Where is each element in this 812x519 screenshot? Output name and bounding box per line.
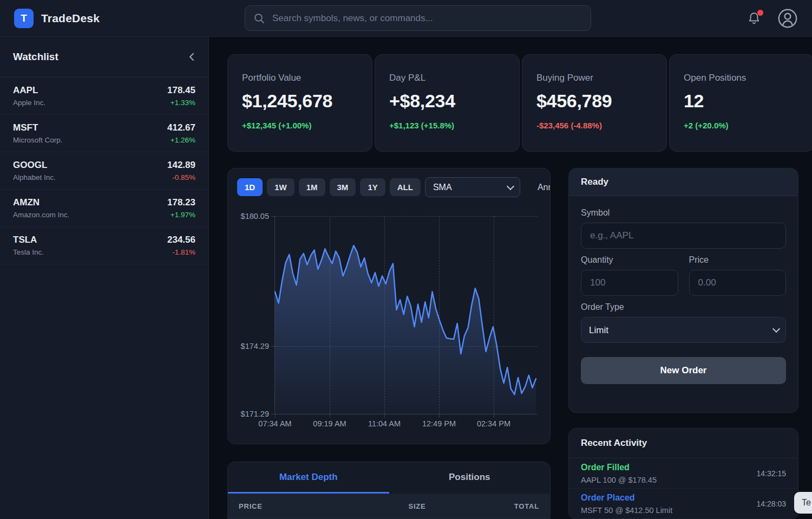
order-status: Ready	[569, 168, 798, 196]
stock-price: 142.89	[167, 160, 195, 171]
depth-panel: Market DepthPositions PRICESIZETOTAL	[227, 462, 551, 519]
activity-time: 14:32:15	[757, 469, 787, 478]
price-line-svg	[275, 216, 537, 414]
x-tick-mark	[439, 414, 440, 418]
chevron-left-icon	[188, 52, 195, 62]
price-label: Price	[689, 255, 787, 265]
activity-time: 14:28:03	[757, 499, 787, 508]
indicator-select[interactable]: SMA	[425, 177, 520, 197]
notifications-button[interactable]	[747, 11, 761, 25]
x-tick-mark	[330, 414, 330, 418]
quantity-label: Quantity	[581, 255, 678, 265]
quantity-field[interactable]	[581, 270, 678, 296]
timeframe-all[interactable]: ALL	[390, 178, 421, 196]
watchlist-row[interactable]: AMZN Amazon.com Inc. 178.23 +1.97%	[0, 190, 208, 227]
notification-dot	[757, 10, 763, 16]
column-label: SIZE	[352, 502, 425, 510]
stock-price: 234.56	[167, 235, 195, 245]
watchlist-panel: Watchlist AAPL Apple Inc. 178.45 +1.33% …	[0, 37, 209, 519]
symbol-label: Symbol	[581, 208, 786, 218]
app-title: TradeDesk	[41, 12, 100, 25]
price-field[interactable]	[689, 270, 787, 296]
order-type-label: Order Type	[581, 302, 786, 312]
search-icon	[254, 13, 265, 24]
x-tick-mark	[494, 414, 494, 418]
watchlist-title: Watchlist	[13, 51, 58, 63]
stat-change: +$1,123 (+15.8%)	[389, 121, 505, 130]
stock-price: 178.23	[167, 197, 195, 208]
x-axis-label: 09:19 AM	[313, 419, 346, 428]
timeframe-1d[interactable]: 1D	[237, 178, 263, 196]
price-chart-plot[interactable]: 07:34 AM09:19 AM11:04 AM12:49 PM02:34 PM…	[274, 216, 537, 414]
stock-name: Amazon.com Inc.	[13, 211, 69, 219]
app-logo[interactable]: T	[14, 9, 34, 28]
order-type-select[interactable]: Limit	[581, 317, 786, 343]
stat-label: Open Positions	[684, 73, 800, 83]
column-label: PRICE	[239, 502, 352, 510]
depth-tabs: Market DepthPositions	[228, 462, 550, 494]
activity-type: Order Filled	[581, 463, 657, 472]
y-axis-label: $174.29	[241, 342, 269, 351]
activity-panel: Recent Activity Order Filled AAPL 100 @ …	[568, 428, 798, 519]
timeframe-1y[interactable]: 1Y	[360, 178, 385, 196]
stat-card: Portfolio Value $1,245,678 +$12,345 (+1.…	[227, 54, 372, 152]
activity-items: Order Filled AAPL 100 @ $178.45 14:32:15…	[569, 458, 798, 519]
activity-detail: AAPL 100 @ $178.45	[581, 476, 657, 484]
stock-change: +1.33%	[167, 99, 195, 107]
price-area	[275, 245, 536, 414]
x-axis-label: 11:04 AM	[368, 419, 401, 428]
stock-name: Apple Inc.	[13, 99, 45, 107]
order-type-select-wrap: Limit	[581, 317, 786, 343]
tab-positions[interactable]: Positions	[389, 462, 551, 494]
stats-row: Portfolio Value $1,245,678 +$12,345 (+1.…	[227, 54, 812, 152]
x-axis-label: 02:34 PM	[477, 419, 510, 428]
order-form-body: Symbol Quantity Price Order Type Limit N…	[569, 196, 798, 384]
timeframe-buttons: 1D1W1M3M1YALL	[237, 178, 421, 196]
stat-change: +2 (+20.0%)	[684, 121, 800, 130]
depth-columns: PRICESIZETOTAL	[228, 494, 550, 519]
stock-name: Tesla Inc.	[13, 248, 44, 256]
stat-card: Open Positions 12 +2 (+20.0%)	[669, 54, 812, 152]
x-tick-mark	[384, 414, 385, 418]
stock-symbol: MSFT	[13, 122, 63, 133]
annotations-label[interactable]: Anno	[538, 183, 551, 192]
timeframe-1w[interactable]: 1W	[267, 178, 294, 196]
indicator-select-wrap: SMA	[425, 177, 520, 197]
watchlist-row[interactable]: MSFT Microsoft Corp. 412.67 +1.26%	[0, 115, 208, 152]
x-axis-label: 12:49 PM	[422, 419, 456, 428]
stat-label: Day P&L	[389, 73, 505, 83]
stat-card: Day P&L +$8,234 +$1,123 (+15.8%)	[375, 54, 520, 152]
stock-change: -1.81%	[167, 248, 195, 256]
stock-change: +1.26%	[167, 136, 195, 144]
watchlist-row[interactable]: GOOGL Alphabet Inc. 142.89 -0.85%	[0, 152, 208, 190]
timeframe-3m[interactable]: 3M	[330, 178, 356, 196]
stat-card: Buying Power $456,789 -$23,456 (-4.88%)	[522, 54, 667, 152]
toast-notification: Te	[794, 492, 812, 514]
y-axis-label: $180.05	[241, 212, 269, 220]
stat-value: $456,789	[536, 90, 652, 112]
timeframe-1m[interactable]: 1M	[299, 178, 325, 196]
activity-type: Order Placed	[581, 493, 672, 503]
collapse-watchlist-button[interactable]	[188, 52, 195, 62]
order-panel: Ready Symbol Quantity Price Order Type L…	[568, 168, 798, 413]
watchlist-row[interactable]: AAPL Apple Inc. 178.45 +1.33%	[0, 77, 208, 115]
stat-value: +$8,234	[389, 90, 505, 112]
stat-label: Buying Power	[536, 73, 652, 83]
watchlist-row[interactable]: TSLA Tesla Inc. 234.56 -1.81%	[0, 227, 208, 264]
profile-button[interactable]	[777, 8, 798, 29]
avatar-icon	[777, 8, 798, 29]
watchlist-items: AAPL Apple Inc. 178.45 +1.33% MSFT Micro…	[0, 77, 208, 264]
stat-change: +$12,345 (+1.00%)	[242, 121, 358, 130]
activity-detail: MSFT 50 @ $412.50 Limit	[581, 506, 672, 515]
search-input[interactable]	[271, 12, 582, 24]
symbol-field[interactable]	[581, 223, 786, 249]
stat-value: $1,245,678	[242, 90, 358, 112]
y-tick-mark	[271, 216, 274, 217]
new-order-button[interactable]: New Order	[581, 357, 786, 384]
watchlist-header: Watchlist	[0, 37, 208, 77]
activity-row: Order Filled AAPL 100 @ $178.45 14:32:15	[569, 458, 798, 489]
global-search	[245, 5, 591, 31]
stat-change: -$23,456 (-4.88%)	[536, 121, 652, 130]
tab-market-depth[interactable]: Market Depth	[228, 462, 389, 494]
app-logo-letter: T	[21, 12, 27, 24]
